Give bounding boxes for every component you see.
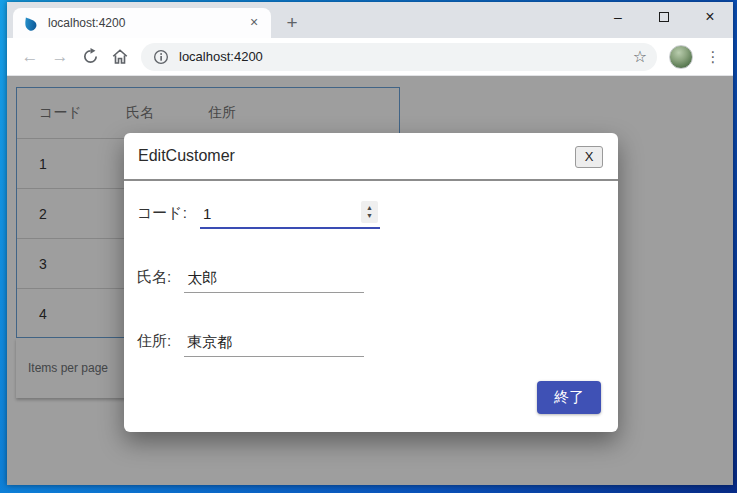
browser-toolbar: ← → localhost:4200 ☆ ⋮ xyxy=(7,38,733,76)
maximize-button[interactable] xyxy=(641,2,687,32)
window-controls: – × xyxy=(595,2,733,32)
reload-icon[interactable] xyxy=(75,42,105,72)
field-address: 住所: xyxy=(137,326,364,357)
spinner-up-icon[interactable]: ▲ xyxy=(366,204,373,212)
new-tab-button[interactable]: + xyxy=(279,10,305,36)
address-label: 住所: xyxy=(137,332,171,357)
address-bar[interactable]: localhost:4200 ☆ xyxy=(141,43,657,71)
name-input[interactable] xyxy=(184,266,364,293)
home-icon[interactable] xyxy=(105,42,135,72)
number-spinner[interactable]: ▲ ▼ xyxy=(361,201,378,223)
profile-avatar[interactable] xyxy=(669,45,693,69)
finish-button[interactable]: 終了 xyxy=(537,381,601,414)
code-label: コード: xyxy=(137,204,187,229)
browser-tab[interactable]: localhost:4200 × xyxy=(13,8,271,38)
back-icon[interactable]: ← xyxy=(15,42,45,72)
field-name: 氏名: xyxy=(137,262,364,293)
code-input[interactable] xyxy=(200,201,380,229)
browser-menu-icon[interactable]: ⋮ xyxy=(701,45,725,69)
edit-customer-dialog: EditCustomer X コード: ▲ ▼ 氏名: xyxy=(124,133,618,432)
url-text[interactable]: localhost:4200 xyxy=(179,49,633,64)
address-input[interactable] xyxy=(184,330,364,357)
desktop-background: localhost:4200 × + – × ← → xyxy=(0,0,737,493)
page-content: コード 氏名 住所 1 2 3 xyxy=(7,76,733,485)
page-info-icon[interactable] xyxy=(153,49,169,65)
maximize-icon xyxy=(659,12,669,22)
forward-icon[interactable]: → xyxy=(45,42,75,72)
tab-title: localhost:4200 xyxy=(48,16,245,30)
titlebar: localhost:4200 × + – × xyxy=(7,2,733,38)
name-label: 氏名: xyxy=(137,268,171,293)
tab-close-icon[interactable]: × xyxy=(245,14,263,32)
dialog-title: EditCustomer xyxy=(138,147,235,165)
dialog-header: EditCustomer X xyxy=(124,133,618,181)
field-code: コード: ▲ ▼ xyxy=(137,195,380,229)
spinner-down-icon[interactable]: ▼ xyxy=(366,212,373,220)
window-close-button[interactable]: × xyxy=(687,2,733,32)
bookmark-star-icon[interactable]: ☆ xyxy=(633,47,647,66)
favicon-droplet-icon xyxy=(23,15,38,32)
dialog-close-button[interactable]: X xyxy=(575,146,603,168)
browser-window: localhost:4200 × + – × ← → xyxy=(7,2,733,485)
minimize-button[interactable]: – xyxy=(595,2,641,32)
